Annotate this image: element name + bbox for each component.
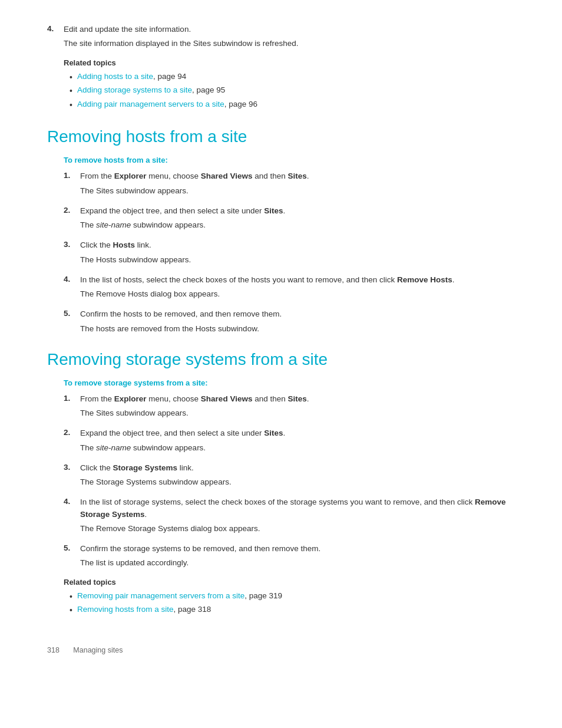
list-item: Adding pair management servers to a site… bbox=[70, 100, 515, 111]
step-number: 1. bbox=[64, 393, 80, 403]
page-ref: , page 96 bbox=[224, 100, 257, 108]
step-item: 5. Confirm the hosts to be removed, and … bbox=[64, 308, 515, 335]
step-number: 4. bbox=[64, 274, 80, 284]
step-item: 2. Expand the object tree, and then sele… bbox=[64, 427, 515, 454]
step-item: 5. Confirm the storage systems to be rem… bbox=[64, 543, 515, 569]
step-subtext: The site-name subwindow appears. bbox=[80, 442, 515, 454]
list-item: Removing hosts from a site, page 318 bbox=[70, 605, 515, 617]
page-ref: , page 95 bbox=[192, 85, 225, 94]
step-number: 5. bbox=[64, 543, 80, 552]
topic-link[interactable]: Adding hosts to a site bbox=[77, 72, 153, 81]
section1: Removing hosts from a site To remove hos… bbox=[47, 127, 515, 335]
step-number: 4. bbox=[47, 24, 64, 33]
related-topics-label2: Related topics bbox=[64, 578, 515, 587]
step-subtext: The Remove Hosts dialog box appears. bbox=[80, 288, 515, 300]
step-number: 2. bbox=[64, 205, 80, 215]
related-topics-top: Related topics Adding hosts to a site, p… bbox=[64, 58, 515, 111]
step-content: In the list of hosts, select the check b… bbox=[80, 274, 515, 301]
section1-heading: Removing hosts from a site bbox=[47, 127, 515, 146]
step-item: 1. From the Explorer menu, choose Shared… bbox=[64, 170, 515, 197]
related-topics-label: Related topics bbox=[64, 58, 515, 67]
step-content: From the Explorer menu, choose Shared Vi… bbox=[80, 393, 515, 420]
step-number: 3. bbox=[64, 462, 80, 472]
step-item: 4. In the list of hosts, select the chec… bbox=[64, 274, 515, 301]
step-item: 3. Click the Storage Systems link. The S… bbox=[64, 462, 515, 489]
step-item: 3. Click the Hosts link. The Hosts subwi… bbox=[64, 239, 515, 266]
step-number: 1. bbox=[64, 170, 80, 180]
page-footer: 318 Managing sites bbox=[47, 640, 515, 654]
section2-heading: Removing storage systems from a site bbox=[47, 350, 515, 369]
section1-sublabel: To remove hosts from a site: bbox=[64, 156, 515, 164]
step-subtext: The Sites subwindow appears. bbox=[80, 185, 515, 197]
topic-link[interactable]: Adding storage systems to a site bbox=[77, 85, 192, 94]
page-ref: , page 319 bbox=[244, 591, 282, 600]
page-number: 318 bbox=[47, 646, 59, 654]
footer-section: Managing sites bbox=[73, 646, 123, 654]
step-number: 5. bbox=[64, 308, 80, 318]
topic-link[interactable]: Removing pair management servers from a … bbox=[77, 591, 244, 600]
step-number: 4. bbox=[64, 496, 80, 506]
list-item: Removing pair management servers from a … bbox=[70, 591, 515, 603]
step-content: Confirm the storage systems to be remove… bbox=[80, 543, 515, 569]
step-content: In the list of storage systems, select t… bbox=[80, 496, 515, 535]
step-subtext: The site information displayed in the Si… bbox=[64, 38, 515, 50]
page-ref: , page 318 bbox=[173, 605, 211, 614]
section2-sublabel: To remove storage systems from a site: bbox=[64, 378, 515, 387]
related-topics-list: Adding hosts to a site, page 94 Adding s… bbox=[64, 72, 515, 111]
step-subtext: The site-name subwindow appears. bbox=[80, 219, 515, 231]
step-item: 2. Expand the object tree, and then sele… bbox=[64, 205, 515, 232]
step-content: Edit and update the site information. Th… bbox=[64, 24, 515, 50]
section2: Removing storage systems from a site To … bbox=[47, 350, 515, 617]
topic-link[interactable]: Adding pair management servers to a site bbox=[77, 100, 224, 108]
list-item: Adding storage systems to a site, page 9… bbox=[70, 85, 515, 97]
step-number: 3. bbox=[64, 239, 80, 249]
step-content: Click the Hosts link. The Hosts subwindo… bbox=[80, 239, 515, 266]
step-number: 2. bbox=[64, 427, 80, 437]
top-step-4: 4. Edit and update the site information.… bbox=[47, 24, 515, 50]
step-subtext: The Remove Storage Systems dialog box ap… bbox=[80, 523, 515, 535]
step-text: Edit and update the site information. bbox=[64, 25, 191, 34]
list-item: Adding hosts to a site, page 94 bbox=[70, 72, 515, 84]
step-content: Click the Storage Systems link. The Stor… bbox=[80, 462, 515, 489]
step-item: 4. In the list of storage systems, selec… bbox=[64, 496, 515, 535]
step-subtext: The Storage Systems subwindow appears. bbox=[80, 476, 515, 488]
step-subtext: The Sites subwindow appears. bbox=[80, 407, 515, 419]
step-subtext: The list is updated accordingly. bbox=[80, 557, 515, 569]
step-content: From the Explorer menu, choose Shared Vi… bbox=[80, 170, 515, 197]
related-topics-list2: Removing pair management servers from a … bbox=[64, 591, 515, 617]
topic-link[interactable]: Removing hosts from a site bbox=[77, 605, 174, 614]
step-subtext: The Hosts subwindow appears. bbox=[80, 254, 515, 266]
step-item: 4. Edit and update the site information.… bbox=[47, 24, 515, 50]
step-subtext: The hosts are removed from the Hosts sub… bbox=[80, 323, 515, 335]
step-content: Expand the object tree, and then select … bbox=[80, 205, 515, 232]
section2-steps: 1. From the Explorer menu, choose Shared… bbox=[64, 393, 515, 569]
page-ref: , page 94 bbox=[153, 72, 186, 81]
related-topics-section2: Related topics Removing pair management … bbox=[64, 578, 515, 617]
section1-steps: 1. From the Explorer menu, choose Shared… bbox=[64, 170, 515, 335]
step-item: 1. From the Explorer menu, choose Shared… bbox=[64, 393, 515, 420]
step-content: Expand the object tree, and then select … bbox=[80, 427, 515, 454]
step-content: Confirm the hosts to be removed, and the… bbox=[80, 308, 515, 335]
